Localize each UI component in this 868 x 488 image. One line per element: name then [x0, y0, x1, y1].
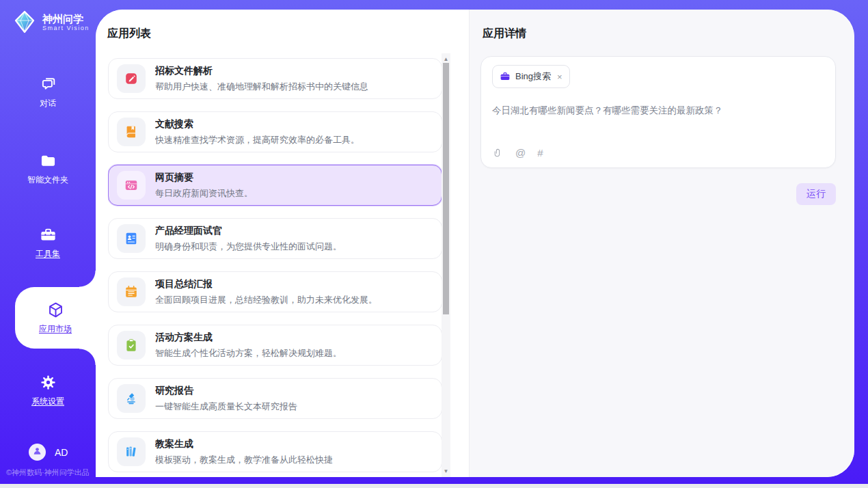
app-texts: 研究报告 一键智能生成高质量长文本研究报告: [155, 385, 297, 413]
sidebar-item-gear[interactable]: 系统设置: [0, 373, 96, 407]
app-desc: 智能生成个性化活动方案，轻松解决规划难题。: [155, 347, 342, 360]
cube-icon: [46, 301, 65, 319]
app-desc: 全面回顾项目进展，总结经验教训，助力未来优化发展。: [155, 294, 377, 306]
app-name: 教案生成: [155, 438, 333, 450]
briefcase-icon: [500, 71, 511, 82]
main-content: 应用列表 招标文件解析 帮助用户快速、准确地理解和解析招标书中的关键信息 文献搜…: [96, 10, 854, 477]
app-detail-panel: 应用详情 Bing搜索 × 今日湖北有哪些新闻要点？有哪些需要关注的最新政策？ …: [469, 10, 854, 477]
close-icon[interactable]: ×: [557, 72, 562, 82]
resume-icon: [117, 224, 146, 253]
books-icon: [117, 437, 146, 466]
hash-icon[interactable]: #: [537, 148, 543, 159]
research-icon: [117, 384, 146, 413]
app-window: 神州问学 Smart Vision 对话 智能文件夹 工具集 应用市场 系统设置…: [0, 0, 868, 488]
prompt-composer: Bing搜索 × 今日湖北有哪些新闻要点？有哪些需要关注的最新政策？ @ #: [480, 56, 836, 168]
app-card[interactable]: 教案生成 模板驱动，教案生成，教学准备从此轻松快捷: [108, 431, 442, 472]
app-desc: 明确身份和职责，为您提供专业性的面试问题。: [155, 241, 342, 253]
sidebar-item-chat[interactable]: 对话: [0, 75, 96, 109]
app-desc: 一键智能生成高质量长文本研究报告: [155, 401, 297, 413]
app-name: 招标文件解析: [155, 65, 368, 77]
at-icon[interactable]: @: [515, 148, 526, 159]
app-texts: 活动方案生成 智能生成个性化活动方案，轻松解决规划难题。: [155, 331, 342, 360]
clipboard-check-icon: [117, 331, 146, 360]
sidebar-item-folder[interactable]: 智能文件夹: [0, 152, 96, 186]
scroll-down-icon[interactable]: ▼: [442, 467, 450, 476]
app-detail-title: 应用详情: [483, 27, 526, 41]
app-list-scrollbar[interactable]: ▲ ▼: [442, 53, 450, 477]
folder-icon: [39, 152, 57, 170]
sidebar-item-cube[interactable]: 应用市场: [15, 287, 96, 349]
app-texts: 产品经理面试官 明确身份和职责，为您提供专业性的面试问题。: [155, 225, 342, 253]
gear-icon: [39, 373, 57, 392]
scrollbar-thumb[interactable]: [443, 63, 449, 314]
app-name: 网页摘要: [155, 172, 253, 184]
sidebar-item-label: 系统设置: [31, 396, 64, 407]
sidebar-item-label: 工具集: [36, 248, 60, 260]
app-texts: 招标文件解析 帮助用户快速、准确地理解和解析招标书中的关键信息: [155, 65, 368, 93]
app-name: 研究报告: [155, 385, 297, 397]
app-card[interactable]: 网页摘要 每日政府新闻资讯快查。: [108, 165, 442, 206]
app-texts: 教案生成 模板驱动，教案生成，教学准备从此轻松快捷: [155, 438, 333, 466]
chat-icon: [39, 75, 57, 94]
user-initials: AD: [55, 447, 68, 458]
browser-code-icon: [117, 171, 146, 200]
diamond-logo-icon: [12, 10, 37, 34]
app-list-panel: 应用列表 招标文件解析 帮助用户快速、准确地理解和解析招标书中的关键信息 文献搜…: [96, 10, 469, 477]
user-icon: [31, 445, 43, 459]
sidebar-item-label: 对话: [40, 98, 56, 109]
app-card[interactable]: 产品经理面试官 明确身份和职责，为您提供专业性的面试问题。: [108, 218, 442, 259]
paperclip-icon[interactable]: [493, 148, 504, 159]
toolbox-icon: [39, 226, 57, 244]
sidebar-item-toolbox[interactable]: 工具集: [0, 226, 96, 260]
app-card[interactable]: 文献搜索 快速精准查找学术资源，提高研究效率的必备工具。: [108, 111, 442, 152]
composer-toolbar: @ #: [493, 148, 543, 159]
app-texts: 项目总结汇报 全面回顾项目进展，总结经验教训，助力未来优化发展。: [155, 278, 377, 306]
run-button[interactable]: 运行: [796, 183, 836, 205]
app-name: 项目总结汇报: [155, 278, 377, 290]
app-desc: 帮助用户快速、准确地理解和解析招标书中的关键信息: [155, 81, 368, 93]
pen-square-icon: [117, 64, 146, 93]
sidebar-item-label: 智能文件夹: [27, 174, 68, 186]
app-list-title: 应用列表: [107, 27, 151, 41]
copyright-footer: ©神州数码·神州问学出品: [6, 467, 96, 478]
brand-subtitle: Smart Vision: [42, 25, 90, 31]
brand-name: 神州问学: [42, 13, 90, 25]
app-list: 招标文件解析 帮助用户快速、准确地理解和解析招标书中的关键信息 文献搜索 快速精…: [108, 58, 442, 477]
brand: 神州问学 Smart Vision: [12, 10, 90, 34]
app-name: 产品经理面试官: [155, 225, 342, 237]
tool-chip-bing-search[interactable]: Bing搜索 ×: [492, 65, 570, 88]
app-texts: 网页摘要 每日政府新闻资讯快查。: [155, 172, 253, 200]
app-card[interactable]: 项目总结汇报 全面回顾项目进展，总结经验教训，助力未来优化发展。: [108, 271, 442, 312]
app-card[interactable]: 招标文件解析 帮助用户快速、准确地理解和解析招标书中的关键信息: [108, 58, 442, 99]
app-card[interactable]: 研究报告 一键智能生成高质量长文本研究报告: [108, 378, 442, 419]
app-texts: 文献搜索 快速精准查找学术资源，提高研究效率的必备工具。: [155, 118, 360, 146]
app-desc: 模板驱动，教案生成，教学准备从此轻松快捷: [155, 454, 333, 466]
app-card[interactable]: 活动方案生成 智能生成个性化活动方案，轻松解决规划难题。: [108, 325, 442, 366]
sidebar: 神州问学 Smart Vision 对话 智能文件夹 工具集 应用市场 系统设置…: [0, 0, 96, 484]
app-desc: 每日政府新闻资讯快查。: [155, 187, 253, 200]
user-menu[interactable]: AD: [29, 444, 68, 461]
report-calendar-icon: [117, 277, 146, 306]
avatar: [29, 444, 46, 461]
app-desc: 快速精准查找学术资源，提高研究效率的必备工具。: [155, 134, 360, 146]
app-name: 活动方案生成: [155, 331, 342, 344]
query-input[interactable]: 今日湖北有哪些新闻要点？有哪些需要关注的最新政策？: [492, 105, 824, 117]
sidebar-item-label: 应用市场: [39, 323, 72, 335]
app-name: 文献搜索: [155, 118, 360, 131]
tool-chip-label: Bing搜索: [515, 70, 551, 83]
book-icon: [117, 118, 146, 146]
